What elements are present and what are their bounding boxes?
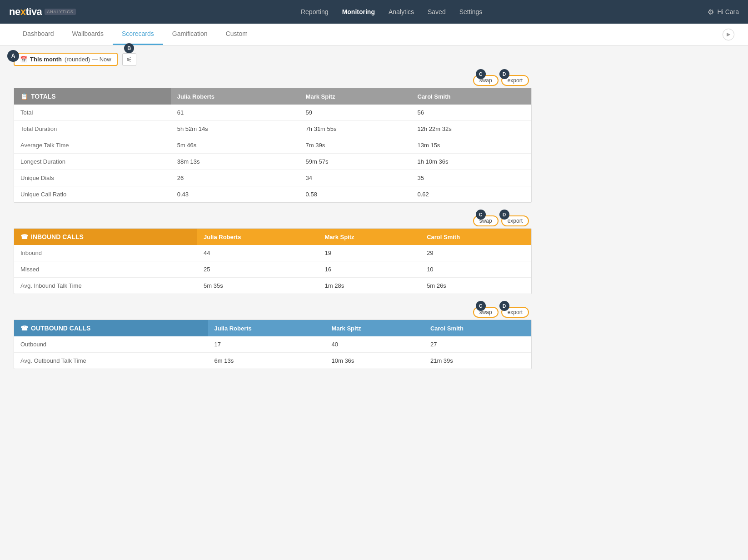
outbound-col-carol: Carol Smith <box>424 320 531 336</box>
row-val-2: 35 <box>411 170 532 186</box>
inbound-table-section: ☎ INBOUND CALLS Julia Roberts Mark Spitz… <box>14 228 532 294</box>
row-label: Average Talk Time <box>14 137 171 154</box>
row-val-0: 38m 13s <box>171 154 299 170</box>
inbound-icon: ☎ <box>20 233 28 240</box>
subnav-gamification[interactable]: Gamification <box>163 24 217 45</box>
sub-nav-right: ▶ <box>723 29 734 40</box>
totals-col-mark: Mark Spitz <box>299 88 411 105</box>
nav-settings[interactable]: Settings <box>459 8 483 15</box>
row-val-1: 7h 31m 55s <box>299 121 411 137</box>
annotation-d-inbound: D <box>499 210 509 220</box>
totals-actions-group: C D swap export <box>473 75 529 86</box>
inbound-actions-group: C D swap export <box>473 215 529 226</box>
annotation-c-inbound: C <box>476 210 486 220</box>
row-val-0: 25 <box>197 261 319 278</box>
inbound-actions-wrapper: C D swap export <box>14 215 532 226</box>
inbound-header: ☎ INBOUND CALLS Julia Roberts Mark Spitz… <box>14 229 531 245</box>
user-area: ⚙ Hi Cara <box>708 8 739 16</box>
row-label: Outbound <box>14 336 208 353</box>
row-val-2: 12h 22m 32s <box>411 121 532 137</box>
top-nav-links: Reporting Monitoring Analytics Saved Set… <box>301 8 482 15</box>
row-label: Unique Call Ratio <box>14 186 171 203</box>
nav-reporting[interactable]: Reporting <box>301 8 329 15</box>
row-val-1: 1m 28s <box>319 278 421 294</box>
inbound-table: ☎ INBOUND CALLS Julia Roberts Mark Spitz… <box>14 229 531 294</box>
row-val-2: 10 <box>420 261 531 278</box>
table-row: Avg. Inbound Talk Time 5m 35s 1m 28s 5m … <box>14 278 531 294</box>
inbound-col-mark: Mark Spitz <box>319 229 421 245</box>
date-filter-button[interactable]: 📅 This month (rounded) — Now <box>14 53 118 66</box>
subnav-custom[interactable]: Custom <box>217 24 257 45</box>
outbound-table-section: ☎ OUTBOUND CALLS Julia Roberts Mark Spit… <box>14 320 532 369</box>
outbound-header: ☎ OUTBOUND CALLS Julia Roberts Mark Spit… <box>14 320 531 336</box>
row-val-0: 6m 13s <box>208 353 325 369</box>
sub-nav-links: Dashboard Wallboards Scorecards Gamifica… <box>14 24 257 45</box>
outbound-actions-group: C D swap export <box>473 307 529 318</box>
row-label: Longest Duration <box>14 154 171 170</box>
outbound-header-label: ☎ OUTBOUND CALLS <box>14 320 208 336</box>
sub-navigation: Dashboard Wallboards Scorecards Gamifica… <box>0 24 748 45</box>
play-button[interactable]: ▶ <box>723 29 734 40</box>
row-val-0: 5m 35s <box>197 278 319 294</box>
row-label: Avg. Outbound Talk Time <box>14 353 208 369</box>
table-row: Unique Call Ratio 0.43 0.58 0.62 <box>14 186 531 203</box>
annotation-d-totals: D <box>499 69 509 79</box>
row-val-2: 29 <box>420 245 531 261</box>
annotation-a: A <box>7 50 19 62</box>
row-val-1: 16 <box>319 261 421 278</box>
row-label: Unique Dials <box>14 170 171 186</box>
row-val-2: 0.62 <box>411 186 532 203</box>
row-val-1: 10m 36s <box>325 353 424 369</box>
top-navigation: nextiva ANALYTICS Reporting Monitoring A… <box>0 0 748 24</box>
totals-icon: 📋 <box>20 93 28 100</box>
outbound-body: Outbound 17 40 27 Avg. Outbound Talk Tim… <box>14 336 531 369</box>
outbound-col-julia: Julia Roberts <box>208 320 325 336</box>
totals-body: Total 61 59 56 Total Duration 5h 52m 14s… <box>14 105 531 202</box>
table-row: Unique Dials 26 34 35 <box>14 170 531 186</box>
main-content: A 📅 This month (rounded) — Now ⚟ B C D s… <box>0 45 545 389</box>
row-val-0: 5m 46s <box>171 137 299 154</box>
totals-col-carol: Carol Smith <box>411 88 532 105</box>
inbound-body: Inbound 44 19 29 Missed 25 16 10 Avg. In… <box>14 245 531 294</box>
outbound-icon: ☎ <box>20 325 28 332</box>
analytics-badge: ANALYTICS <box>45 9 75 15</box>
totals-table: 📋 TOTALS Julia Roberts Mark Spitz Carol … <box>14 88 531 202</box>
inbound-col-carol: Carol Smith <box>420 229 531 245</box>
nav-monitoring[interactable]: Monitoring <box>342 8 375 15</box>
table-row: Total Duration 5h 52m 14s 7h 31m 55s 12h… <box>14 121 531 137</box>
filter-icon-button[interactable]: ⚟ <box>122 53 136 66</box>
annotation-b: B <box>124 43 134 53</box>
subnav-scorecards[interactable]: Scorecards <box>113 24 163 45</box>
calendar-icon: 📅 <box>20 56 27 63</box>
table-row: Longest Duration 38m 13s 59m 57s 1h 10m … <box>14 154 531 170</box>
row-val-2: 13m 15s <box>411 137 532 154</box>
row-val-1: 40 <box>325 336 424 353</box>
row-val-1: 59m 57s <box>299 154 411 170</box>
row-val-2: 21m 39s <box>424 353 531 369</box>
totals-col-julia: Julia Roberts <box>171 88 299 105</box>
row-label: Missed <box>14 261 197 278</box>
row-label: Avg. Inbound Talk Time <box>14 278 197 294</box>
table-row: Outbound 17 40 27 <box>14 336 531 353</box>
totals-actions-wrapper: C D swap export <box>14 75 532 86</box>
table-row: Avg. Outbound Talk Time 6m 13s 10m 36s 2… <box>14 353 531 369</box>
date-label: This month <box>30 56 62 63</box>
annotation-c-outbound: C <box>476 301 486 311</box>
row-val-1: 59 <box>299 105 411 121</box>
row-val-0: 61 <box>171 105 299 121</box>
nav-analytics[interactable]: Analytics <box>389 8 414 15</box>
table-row: Missed 25 16 10 <box>14 261 531 278</box>
totals-header-label: 📋 TOTALS <box>14 88 171 105</box>
row-val-1: 19 <box>319 245 421 261</box>
row-val-1: 0.58 <box>299 186 411 203</box>
row-val-0: 5h 52m 14s <box>171 121 299 137</box>
table-row: Average Talk Time 5m 46s 7m 39s 13m 15s <box>14 137 531 154</box>
row-label: Total Duration <box>14 121 171 137</box>
subnav-dashboard[interactable]: Dashboard <box>14 24 63 45</box>
row-val-2: 27 <box>424 336 531 353</box>
outbound-col-mark: Mark Spitz <box>325 320 424 336</box>
totals-table-section: 📋 TOTALS Julia Roberts Mark Spitz Carol … <box>14 88 532 203</box>
row-val-2: 1h 10m 36s <box>411 154 532 170</box>
nav-saved[interactable]: Saved <box>428 8 446 15</box>
subnav-wallboards[interactable]: Wallboards <box>63 24 113 45</box>
